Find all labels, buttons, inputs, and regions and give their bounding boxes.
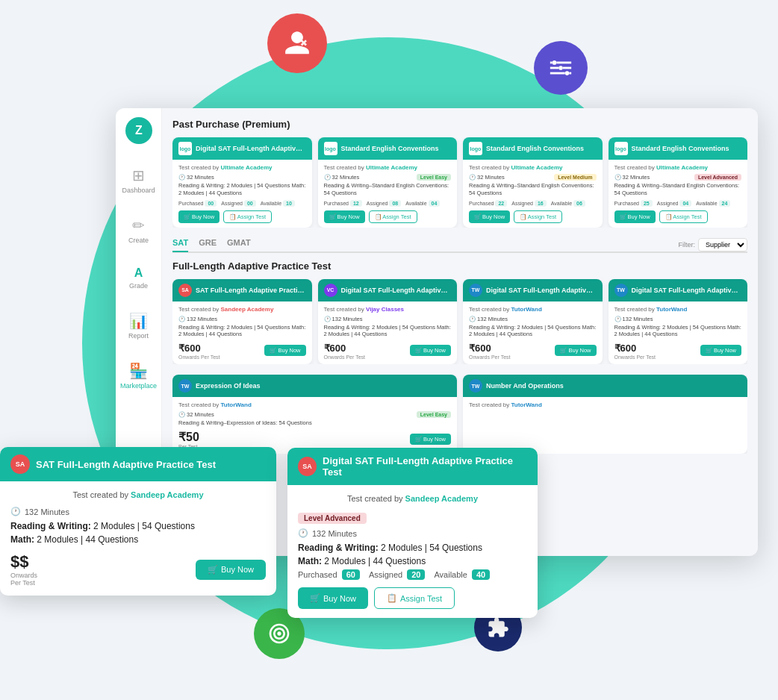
fla-card-desc-4: Reading & Writing: 2 Modules | 54 Questi… bbox=[614, 324, 742, 339]
price-row-2: ₹600 Onwards Per Test 🛒 Buy Now bbox=[324, 341, 452, 360]
tab-gre[interactable]: GRE bbox=[199, 238, 217, 252]
buy-now-button-1[interactable]: 🛒 Buy Now bbox=[178, 210, 220, 223]
fla-card-3: TW Digital SAT Full-Length Adaptive Prac… bbox=[463, 279, 603, 365]
price-row-1: ₹600 Onwards Per Test 🛒 Buy Now bbox=[178, 341, 306, 360]
sidebar-item-report[interactable]: 📊 Report bbox=[119, 307, 158, 344]
second-card-header-2: TW Number And Operations bbox=[463, 375, 747, 397]
fla-card-body-4: Test created by TutorWand 🕐 132 Minutes … bbox=[609, 301, 748, 365]
sidebar-item-dashboard[interactable]: ⊞ Dashboard bbox=[119, 162, 158, 199]
buy-now-button-4[interactable]: 🛒 Buy Now bbox=[614, 210, 656, 223]
filter-select[interactable]: Supplier bbox=[698, 238, 747, 251]
card-desc-4: Reading & Writing–Standard English Conve… bbox=[614, 182, 742, 197]
buy-now-button-2[interactable]: 🛒 Buy Now bbox=[324, 210, 365, 223]
assign-test-button-4[interactable]: 📋 Assign Test bbox=[659, 210, 708, 223]
price-sub-3: Onwards Per Test bbox=[469, 354, 511, 360]
buy-now-button-3[interactable]: 🛒 Buy Now bbox=[469, 210, 510, 223]
sidebar-item-grade[interactable]: A Grade bbox=[119, 262, 158, 294]
svg-point-1 bbox=[558, 66, 563, 70]
card-header-4: logo Standard English Conventions bbox=[609, 137, 748, 160]
price-text-1: ₹600 bbox=[178, 343, 201, 354]
second-price-row-1: ₹50 Per Test 🛒 Buy Now bbox=[178, 430, 451, 449]
tooltip-meta-digital: 🕐 132 Minutes bbox=[298, 528, 527, 538]
fla-card-body-2: Test created by Vijay Classes 🕐 132 Minu… bbox=[318, 301, 458, 365]
card-actions-3: 🛒 Buy Now 📋 Assign Test bbox=[469, 210, 597, 223]
card-desc-1: Reading & Writing: 2 Modules | 54 Questi… bbox=[178, 182, 306, 197]
past-purchase-title: Past Purchase (Premium) bbox=[172, 119, 747, 130]
card-desc-2: Reading & Writing–Standard English Conve… bbox=[324, 182, 452, 197]
card-header-1: logo Digital SAT Full-Length Adaptive Pr… bbox=[172, 137, 312, 160]
second-card-title-1: Expression Of Ideas bbox=[196, 382, 451, 390]
tooltip-creator-sat: Test created by Sandeep Academy bbox=[10, 490, 266, 499]
card-creator-1: Test created by Ultimate Academy bbox=[178, 164, 306, 171]
available-label-4: Available 24 bbox=[696, 200, 730, 207]
second-price-text-1: ₹50 bbox=[178, 431, 199, 443]
fla-buy-button-4[interactable]: 🛒 Buy Now bbox=[700, 345, 741, 356]
second-buy-button-1[interactable]: 🛒 Buy Now bbox=[410, 434, 451, 445]
tab-sat[interactable]: SAT bbox=[172, 238, 188, 252]
purchased-label-4: Purchased 25 bbox=[614, 200, 653, 207]
fla-card-desc-2: Reading & Writing: 2 Modules | 54 Questi… bbox=[324, 324, 452, 339]
tooltip-creator-digital: Test created by Sandeep Academy bbox=[298, 494, 527, 503]
card-creator-4: Test created by Ultimate Academy bbox=[614, 164, 742, 171]
assign-test-button-2[interactable]: 📋 Assign Test bbox=[369, 210, 417, 223]
fla-card-title-3: Digital SAT Full-Length Adaptive Practic… bbox=[486, 287, 597, 294]
card-creator-3: Test created by Ultimate Academy bbox=[469, 164, 597, 171]
purchased-label-2: Purchased 12 bbox=[324, 200, 362, 207]
assign-test-button-3[interactable]: 📋 Assign Test bbox=[514, 210, 562, 223]
fla-card-desc-1: Reading & Writing: 2 Modules | 54 Questi… bbox=[178, 324, 306, 339]
fla-buy-button-2[interactable]: 🛒 Buy Now bbox=[410, 345, 451, 356]
tooltip-price-sat: $$ bbox=[10, 552, 28, 571]
tab-gmat[interactable]: GMAT bbox=[227, 238, 251, 252]
level-badge-medium: Level Medium bbox=[554, 174, 596, 181]
tooltip-buy-button-digital[interactable]: 🛒 Buy Now bbox=[298, 587, 368, 609]
report-icon: 📊 bbox=[129, 312, 148, 330]
assign-test-button-1[interactable]: 📋 Assign Test bbox=[223, 210, 272, 223]
second-card-meta-1: 🕐 32 Minutes Level Easy bbox=[178, 411, 451, 418]
tooltip-level-digital: Level Advanced bbox=[298, 513, 367, 524]
assigned-label: Assigned 00 bbox=[221, 200, 256, 207]
user-check-icon-circle bbox=[267, 13, 327, 73]
assigned-label-4: Assigned 04 bbox=[657, 200, 692, 207]
sidebar-label-grade: Grade bbox=[129, 282, 148, 290]
fla-buy-button-1[interactable]: 🛒 Buy Now bbox=[264, 345, 305, 356]
tooltip-writing-digital: Reading & Writing: 2 Modules | 54 Questi… bbox=[298, 543, 527, 553]
tooltip-body-sat: Test created by Sandeep Academy 🕐 132 Mi… bbox=[0, 481, 276, 596]
price-text-4: ₹600 bbox=[614, 343, 637, 354]
create-icon: ✏ bbox=[132, 216, 145, 234]
fla-card-desc-3: Reading & Writing: 2 Modules | 54 Questi… bbox=[469, 324, 597, 339]
available-label-3: Available 06 bbox=[551, 200, 585, 207]
card-stats-1: Purchased 00 Assigned 00 Available 10 bbox=[178, 200, 306, 207]
tooltip-price-row-sat: $$ OnwardsPer Test 🛒 Buy Now bbox=[10, 552, 266, 587]
fla-buy-button-3[interactable]: 🛒 Buy Now bbox=[555, 345, 596, 356]
tooltip-title-digital: Digital SAT Full-Length Adaptive Practic… bbox=[323, 455, 527, 478]
svg-text:Z: Z bbox=[135, 124, 143, 137]
sidebar-item-marketplace[interactable]: 🏪 Marketplace bbox=[119, 357, 158, 394]
sidebar-label-create: Create bbox=[128, 237, 149, 244]
tooltip-purchased: Purchased 60 bbox=[298, 569, 360, 580]
second-card-1: TW Expression Of Ideas Test created by T… bbox=[172, 375, 457, 454]
sa-badge-1: SA bbox=[178, 284, 192, 297]
card-title-3: Standard English Conventions bbox=[486, 145, 597, 152]
fla-card-title-1: SAT Full-Length Adaptive Practice Test bbox=[196, 287, 306, 294]
sidebar-item-create[interactable]: ✏ Create bbox=[119, 212, 158, 249]
second-card-creator-1: Test created by TutorWand bbox=[178, 401, 451, 408]
past-purchase-card-3: logo Standard English Conventions Test c… bbox=[463, 137, 603, 228]
fla-card-1: SA SAT Full-Length Adaptive Practice Tes… bbox=[172, 279, 312, 365]
tabs-left: SAT GRE GMAT bbox=[172, 238, 251, 251]
sidebar-label-dashboard: Dashboard bbox=[122, 187, 155, 194]
card-body-1: Test created by Ultimate Academy 🕐 32 Mi… bbox=[172, 160, 312, 228]
purchased-label-3: Purchased 22 bbox=[469, 200, 507, 207]
tooltip-assign-button-digital[interactable]: 📋 Assign Test bbox=[374, 587, 455, 609]
marketplace-icon: 🏪 bbox=[129, 362, 148, 380]
tooltip-buy-button-sat[interactable]: 🛒 Buy Now bbox=[196, 560, 266, 580]
filter-icon-circle bbox=[534, 41, 588, 95]
tooltip-math-sat: Math: 2 Modules | 44 Questions bbox=[10, 534, 266, 545]
tooltip-writing-sat: Reading & Writing: 2 Modules | 54 Questi… bbox=[10, 521, 266, 531]
price-row-4: ₹600 Onwards Per Test 🛒 Buy Now bbox=[614, 341, 742, 360]
fla-card-header-4: TW Digital SAT Full-Length Adaptive Prac… bbox=[609, 279, 748, 301]
tabs-row: SAT GRE GMAT Filter: Supplier bbox=[172, 238, 747, 253]
tooltip-math-digital: Math: 2 Modules | 44 Questions bbox=[298, 556, 527, 566]
fla-card-header-3: TW Digital SAT Full-Length Adaptive Prac… bbox=[463, 279, 603, 301]
second-card-body-1: Test created by TutorWand 🕐 32 Minutes L… bbox=[172, 397, 457, 454]
card-meta-2: 🕐 32 Minutes Level Easy bbox=[324, 174, 452, 181]
